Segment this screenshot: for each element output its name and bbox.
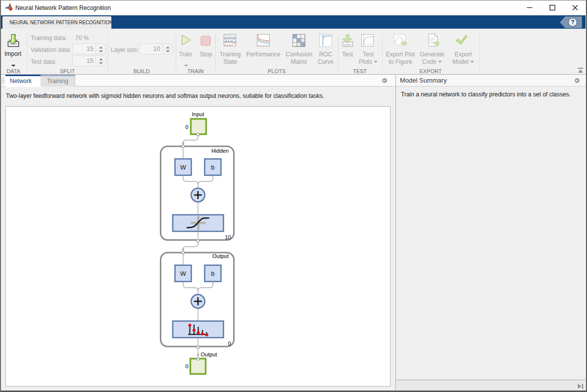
svg-text:b: b [211,270,215,277]
svg-text:?: ? [571,19,575,26]
svg-text:Output: Output [212,253,229,259]
svg-text:W: W [180,164,186,171]
svg-text:Hidden: Hidden [211,148,229,154]
svg-text:0: 0 [228,341,231,347]
svg-text:0: 0 [185,124,188,130]
svg-text:Input: Input [192,111,204,117]
svg-text:W: W [180,270,186,277]
svg-text:Output: Output [201,351,217,357]
svg-text:10: 10 [225,234,231,240]
svg-text:0: 0 [185,363,188,369]
svg-text:b: b [211,164,215,171]
